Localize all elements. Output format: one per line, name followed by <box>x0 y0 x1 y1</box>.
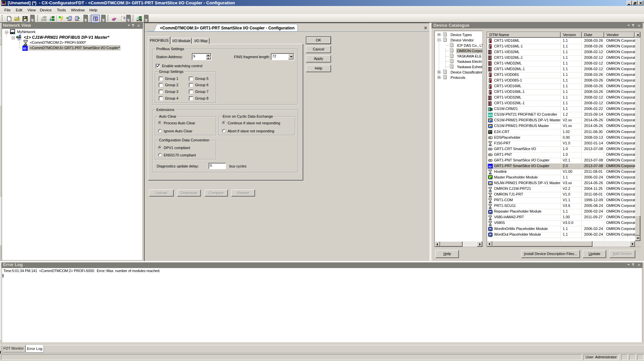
svg-text:?: ? <box>113 17 115 20</box>
svg-text:IO: IO <box>489 165 491 168</box>
svg-text:HTML: HTML <box>137 19 142 22</box>
svg-text:IO: IO <box>23 47 26 50</box>
svg-text:IOC: IOC <box>488 114 492 116</box>
svg-text:?: ? <box>123 17 125 21</box>
